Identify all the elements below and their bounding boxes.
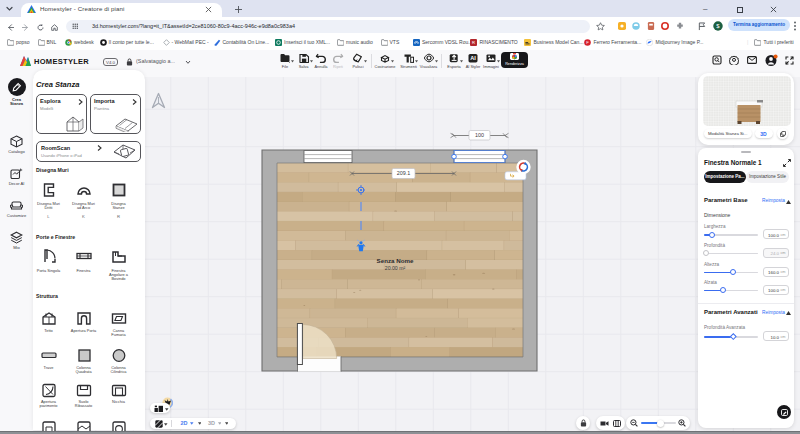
svg-text:100: 100 [475,132,484,138]
svg-text:209.1: 209.1 [397,170,411,176]
svg-text:Senza Nome: Senza Nome [377,257,414,264]
svg-text:20.00 m²: 20.00 m² [385,265,406,271]
